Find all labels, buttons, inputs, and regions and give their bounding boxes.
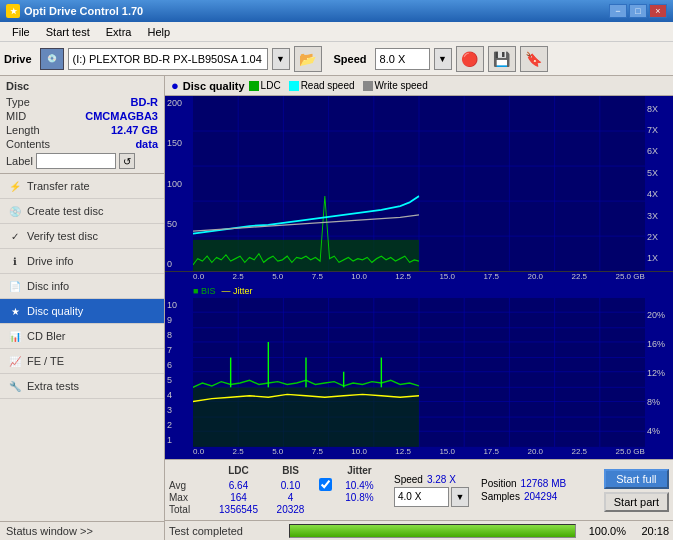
top-chart-container: 200 150 100 50 0 — [165, 96, 673, 272]
top-chart-svg — [193, 96, 645, 271]
titlebar-left: ★ Opti Drive Control 1.70 — [6, 4, 143, 18]
legend-ldc: LDC — [249, 80, 281, 91]
speed-select[interactable]: 8.0 X — [375, 48, 430, 70]
sidebar-item-disc-quality[interactable]: ★ Disc quality — [0, 299, 164, 324]
titlebar-title: Opti Drive Control 1.70 — [24, 5, 143, 17]
sidebar: Disc Type BD-R MID CMCMAGBA3 Length 12.4… — [0, 76, 165, 540]
toolbar-btn-2[interactable]: 🔴 — [456, 46, 484, 72]
avg-label: Avg — [169, 480, 209, 491]
fe-te-icon: 📈 — [8, 354, 22, 368]
menu-start-test[interactable]: Start test — [38, 24, 98, 40]
disc-info-section: Disc Type BD-R MID CMCMAGBA3 Length 12.4… — [0, 76, 164, 174]
disc-label-label: Label — [6, 155, 33, 167]
menu-extra[interactable]: Extra — [98, 24, 140, 40]
status-text: Test completed — [169, 525, 279, 537]
top-chart — [193, 96, 645, 271]
sidebar-item-disc-info[interactable]: 📄 Disc info — [0, 274, 164, 299]
bottom-chart-header: ■ BIS — Jitter — [165, 284, 673, 298]
disc-mid-row: MID CMCMAGBA3 — [6, 109, 158, 123]
sidebar-item-verify-test-disc[interactable]: ✓ Verify test disc — [0, 224, 164, 249]
disc-length-label: Length — [6, 124, 40, 136]
speed-value: 3.28 X — [427, 474, 456, 485]
disc-label-btn[interactable]: ↺ — [119, 153, 135, 169]
sidebar-item-label: Disc info — [27, 280, 69, 292]
jitter-checkbox[interactable] — [319, 478, 332, 491]
top-chart-right-axis: 8X 7X 6X 5X 4X 3X 2X 1X — [645, 96, 673, 271]
bottom-chart-container: 10 9 8 7 6 5 4 3 2 1 — [165, 298, 673, 447]
sidebar-item-cd-bler[interactable]: 📊 CD Bler — [0, 324, 164, 349]
close-button[interactable]: × — [649, 4, 667, 18]
samples-value: 204294 — [524, 491, 557, 502]
status-window-btn[interactable]: Status window >> — [0, 521, 164, 540]
avg-jitter: 10.4% — [337, 480, 382, 491]
start-part-button[interactable]: Start part — [604, 492, 669, 512]
status-bar: Test completed 100.0% 20:18 — [165, 520, 673, 540]
drive-dropdown-arrow[interactable]: ▼ — [272, 48, 290, 70]
start-full-button[interactable]: Start full — [604, 469, 669, 489]
total-bis: 20328 — [268, 504, 313, 515]
avg-ldc: 6.64 — [211, 480, 266, 491]
bottom-chart-right-axis: 20% 16% 12% 8% 4% — [645, 298, 673, 447]
extra-tests-icon: 🔧 — [8, 379, 22, 393]
disc-length-value: 12.47 GB — [111, 124, 158, 136]
menu-help[interactable]: Help — [139, 24, 178, 40]
speed-label: Speed — [334, 53, 367, 65]
main-area: Disc Type BD-R MID CMCMAGBA3 Length 12.4… — [0, 76, 673, 540]
sidebar-item-extra-tests[interactable]: 🔧 Extra tests — [0, 374, 164, 399]
speed-select-2[interactable]: 4.0 X — [394, 487, 449, 507]
disc-mid-value: CMCMAGBA3 — [85, 110, 158, 122]
samples-label: Samples — [481, 491, 520, 502]
stats-table: Avg Max Total LDC 6.64 164 1356545 BIS 0… — [169, 463, 382, 517]
total-ldc: 1356545 — [211, 504, 266, 515]
drive-label: Drive — [4, 53, 32, 65]
maximize-button[interactable]: □ — [629, 4, 647, 18]
transfer-rate-icon: ⚡ — [8, 179, 22, 193]
disc-length-row: Length 12.47 GB — [6, 123, 158, 137]
max-label: Max — [169, 492, 209, 503]
bottom-chart-x-axis: 0.0 2.5 5.0 7.5 10.0 12.5 15.0 17.5 20.0… — [165, 447, 673, 459]
speed-dropdown-arrow[interactable]: ▼ — [434, 48, 452, 70]
progress-time: 20:18 — [634, 525, 669, 537]
speed-select-row: 4.0 X ▼ — [394, 487, 469, 507]
menubar: File Start test Extra Help — [0, 22, 673, 42]
legend-ldc-color — [249, 81, 259, 91]
sidebar-item-fe-te[interactable]: 📈 FE / TE — [0, 349, 164, 374]
samples-row: Samples 204294 — [481, 491, 566, 502]
progress-bar-fill — [290, 525, 575, 537]
sidebar-item-transfer-rate[interactable]: ⚡ Transfer rate — [0, 174, 164, 199]
bottom-controls: Avg Max Total LDC 6.64 164 1356545 BIS 0… — [165, 459, 673, 520]
disc-mid-label: MID — [6, 110, 26, 122]
cd-bler-icon: 📊 — [8, 329, 22, 343]
minimize-button[interactable]: − — [609, 4, 627, 18]
toolbar-btn-1[interactable]: 📂 — [294, 46, 322, 72]
speed-label2: Speed — [394, 474, 423, 485]
max-ldc: 164 — [211, 492, 266, 503]
speed-select-2-arrow[interactable]: ▼ — [451, 487, 469, 507]
menu-file[interactable]: File — [4, 24, 38, 40]
bottom-chart — [193, 298, 645, 447]
content-area: ● Disc quality LDC Read speed Write spee… — [165, 76, 673, 540]
progress-bar-container — [289, 524, 576, 538]
disc-quality-icon: ★ — [8, 304, 22, 318]
progress-pct: 100.0% — [586, 525, 626, 537]
stats-jitter-col: Jitter 10.4% 10.8% — [337, 465, 382, 516]
app-icon: ★ — [6, 4, 20, 18]
speed-section: Speed 3.28 X 4.0 X ▼ — [394, 474, 469, 507]
disc-info-icon: 📄 — [8, 279, 22, 293]
position-section: Position 12768 MB Samples 204294 — [481, 478, 566, 502]
disc-label-input[interactable] — [36, 153, 116, 169]
stats-bis-col: BIS 0.10 4 20328 — [268, 465, 313, 515]
verify-test-disc-icon: ✓ — [8, 229, 22, 243]
content-header: ● Disc quality LDC Read speed Write spee… — [165, 76, 673, 96]
sidebar-item-create-test-disc[interactable]: 💿 Create test disc — [0, 199, 164, 224]
toolbar-btn-4[interactable]: 🔖 — [520, 46, 548, 72]
drive-select[interactable]: (I:) PLEXTOR BD-R PX-LB950SA 1.04 — [68, 48, 268, 70]
toolbar-btn-3[interactable]: 💾 — [488, 46, 516, 72]
drivebar: Drive 💿 (I:) PLEXTOR BD-R PX-LB950SA 1.0… — [0, 42, 673, 76]
speed-row: Speed 3.28 X — [394, 474, 469, 485]
action-buttons: Start full Start part — [604, 469, 669, 512]
sidebar-item-label: Verify test disc — [27, 230, 98, 242]
titlebar: ★ Opti Drive Control 1.70 − □ × — [0, 0, 673, 22]
sidebar-item-drive-info[interactable]: ℹ Drive info — [0, 249, 164, 274]
chart-legend: LDC Read speed Write speed — [249, 80, 428, 91]
